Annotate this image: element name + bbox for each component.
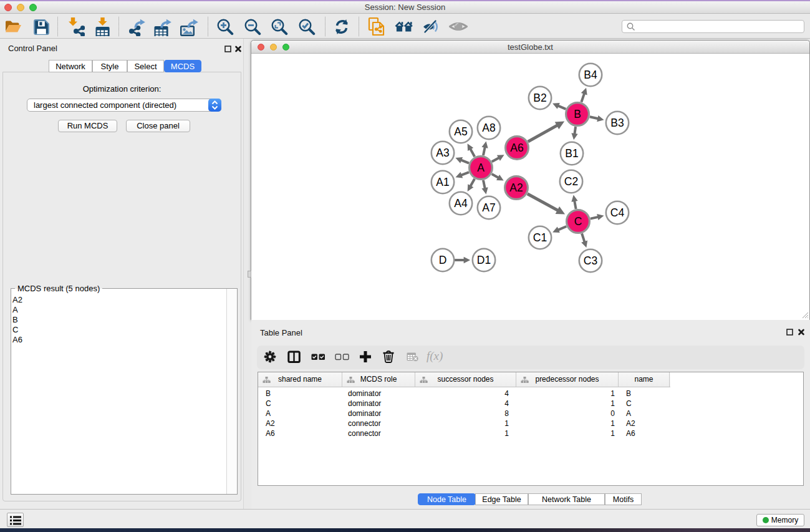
svg-text:A1: A1 [436, 176, 449, 188]
svg-text:B3: B3 [610, 117, 624, 129]
svg-text:A3: A3 [436, 147, 449, 159]
svg-text:C: C [574, 215, 582, 228]
svg-text:A5: A5 [454, 125, 467, 138]
svg-text:C4: C4 [610, 206, 625, 219]
svg-text:A: A [477, 162, 485, 174]
svg-text:A8: A8 [482, 122, 495, 134]
svg-text:A6: A6 [510, 142, 523, 154]
svg-text:C1: C1 [533, 231, 547, 244]
svg-text:D1: D1 [477, 254, 491, 266]
svg-text:C2: C2 [564, 175, 578, 188]
svg-text:B: B [574, 108, 581, 120]
svg-text:A2: A2 [509, 181, 523, 194]
svg-text:B2: B2 [533, 92, 546, 104]
svg-text:B1: B1 [565, 147, 578, 160]
svg-text:A4: A4 [454, 197, 468, 210]
svg-text:C3: C3 [584, 254, 597, 267]
svg-text:D: D [439, 254, 447, 266]
svg-text:A7: A7 [482, 201, 495, 214]
svg-text:B4: B4 [584, 69, 597, 81]
